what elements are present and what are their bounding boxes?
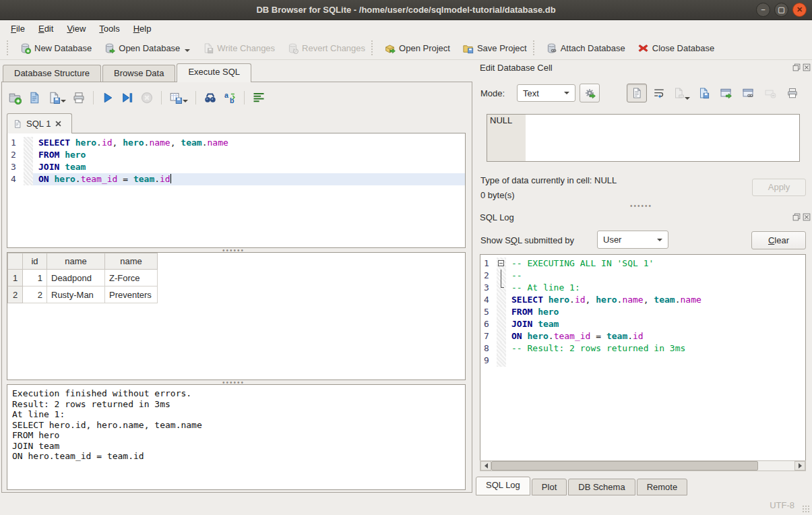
table-row[interactable]: 11DeadpondZ-Force — [8, 270, 158, 286]
tab-database-structure[interactable]: Database Structure — [3, 65, 101, 82]
toolbar-handle[interactable] — [533, 40, 536, 55]
dock-splitter-handle[interactable]: •••••• — [630, 204, 652, 208]
toolbar-handle[interactable] — [371, 40, 374, 55]
export-data-icon — [697, 87, 710, 99]
sql-editor[interactable]: 1SELECT hero.id, hero.name, team.name2FR… — [7, 133, 466, 248]
save-project-icon — [462, 42, 474, 54]
cell-settings-button[interactable] — [580, 84, 600, 102]
code-line: 7ON hero.team_id = team.id — [480, 330, 805, 342]
menu-file[interactable]: File — [4, 22, 32, 36]
cell[interactable]: Preventers — [105, 286, 158, 303]
cell[interactable]: 1 — [23, 270, 47, 286]
find-button[interactable] — [204, 91, 217, 104]
column-header-id[interactable]: id — [23, 253, 47, 270]
bottom-tab-sql-log[interactable]: SQL Log — [476, 477, 530, 495]
scrollbar-track[interactable] — [491, 461, 794, 471]
attach-database-button[interactable]: Attach Database — [540, 39, 631, 57]
dock-float-icon[interactable] — [792, 63, 801, 71]
fold-collapse-icon[interactable] — [498, 260, 504, 266]
line-number: 3 — [7, 161, 24, 173]
clear-log-button[interactable]: Clear — [751, 231, 806, 249]
fold-margin — [497, 318, 506, 330]
close-database-button[interactable]: Close Database — [631, 39, 721, 57]
bottom-tab-db-schema[interactable]: DB Schema — [568, 479, 635, 495]
scroll-left-arrow[interactable] — [480, 461, 491, 471]
code-line: 3-- At line 1: — [480, 282, 805, 294]
maximize-button[interactable]: ▢ — [774, 3, 788, 17]
save-results-icon — [169, 91, 183, 104]
code-text: ON hero.team_id = team.id — [506, 330, 805, 342]
menu-help[interactable]: Help — [127, 22, 158, 36]
line-number: 5 — [480, 306, 497, 318]
tab-execute-sql[interactable]: Execute SQL — [177, 63, 251, 82]
log-filter-select[interactable]: User — [597, 231, 668, 249]
dock-close-icon[interactable] — [803, 213, 811, 221]
toolbar-separator — [195, 91, 196, 104]
scroll-right-arrow[interactable] — [794, 461, 805, 471]
new-database-button[interactable]: New Database — [13, 39, 98, 57]
toolbar-handle[interactable] — [7, 40, 9, 55]
open-database-button[interactable]: Open Database — [98, 39, 196, 57]
save-results-button[interactable] — [169, 91, 188, 104]
log-horizontal-scrollbar[interactable] — [480, 460, 806, 471]
close-button[interactable]: ✕ — [792, 3, 807, 17]
titlebar[interactable]: DB Browser for SQLite - /home/user/code/… — [0, 0, 812, 20]
save-sql-file-button[interactable] — [47, 91, 66, 104]
close-tab-icon[interactable] — [55, 120, 62, 127]
code-text: JOIN team — [506, 318, 805, 330]
print-cell-button[interactable] — [782, 84, 803, 102]
open-tab-button[interactable] — [8, 91, 22, 104]
results-grid[interactable]: idnamename11DeadpondZ-Force22Rusty-ManPr… — [7, 252, 466, 380]
cell[interactable]: Z-Force — [105, 270, 158, 286]
execute-line-icon — [121, 91, 134, 104]
bottom-tab-plot[interactable]: Plot — [532, 479, 567, 495]
open-project-button[interactable]: Open Project — [378, 39, 456, 57]
menu-tools[interactable]: Tools — [92, 22, 126, 36]
format-button[interactable] — [252, 91, 266, 104]
table-row[interactable]: 22Rusty-ManPreventers — [8, 286, 158, 303]
code-text: SELECT hero.id, hero.name, team.name — [33, 137, 465, 149]
sql-log-view[interactable]: 1-- EXECUTING ALL IN 'SQL 1'2--3-- At li… — [480, 254, 806, 471]
word-wrap-button[interactable] — [649, 84, 669, 102]
row-header[interactable]: 2 — [8, 286, 23, 303]
text-mode-button[interactable] — [627, 84, 647, 102]
attach-database-icon — [546, 42, 557, 54]
replace-button[interactable]: ab — [223, 91, 237, 104]
execute-all-button[interactable] — [101, 91, 115, 104]
cell[interactable]: Deadpond — [47, 270, 105, 286]
print-button[interactable] — [72, 91, 86, 104]
dock-float-icon[interactable] — [792, 213, 801, 221]
cell[interactable]: 2 — [23, 286, 47, 303]
print-icon — [72, 91, 86, 104]
execute-line-button[interactable] — [121, 91, 134, 104]
tab-browse-data[interactable]: Browse Data — [102, 65, 175, 82]
row-header[interactable]: 1 — [8, 270, 23, 286]
save-project-button[interactable]: Save Project — [456, 39, 533, 57]
revert-changes-icon — [287, 42, 299, 54]
toolbar-button-label: Close Database — [652, 43, 715, 53]
apply-button[interactable]: Apply — [752, 179, 806, 196]
bottom-tab-remote[interactable]: Remote — [637, 479, 688, 495]
export-data-button[interactable] — [693, 84, 714, 102]
line-number: 4 — [480, 294, 497, 306]
text-cursor — [170, 174, 171, 183]
results-corner-header[interactable] — [8, 253, 23, 270]
column-header-name[interactable]: name — [47, 253, 105, 270]
sql-editor-tab[interactable]: SQL 1 — [7, 113, 72, 133]
scrollbar-thumb[interactable] — [491, 461, 758, 471]
column-header-name[interactable]: name — [105, 253, 158, 270]
cell[interactable]: Rusty-Man — [47, 286, 105, 303]
cell-editor[interactable]: NULL — [487, 114, 800, 162]
resize-grip[interactable] — [802, 505, 810, 513]
apply-cell-button[interactable] — [716, 84, 736, 102]
mode-select[interactable]: Text — [517, 84, 575, 102]
minimize-button[interactable]: – — [756, 3, 770, 17]
fold-margin — [497, 330, 506, 342]
open-sql-file-button[interactable] — [28, 91, 41, 104]
link-cell-button[interactable] — [738, 84, 758, 102]
menu-edit[interactable]: Edit — [32, 22, 60, 36]
menu-view[interactable]: View — [60, 22, 92, 36]
code-text: ON hero.team_id = team.id — [33, 173, 465, 185]
format-icon — [252, 91, 266, 104]
dock-close-icon[interactable] — [803, 63, 811, 71]
